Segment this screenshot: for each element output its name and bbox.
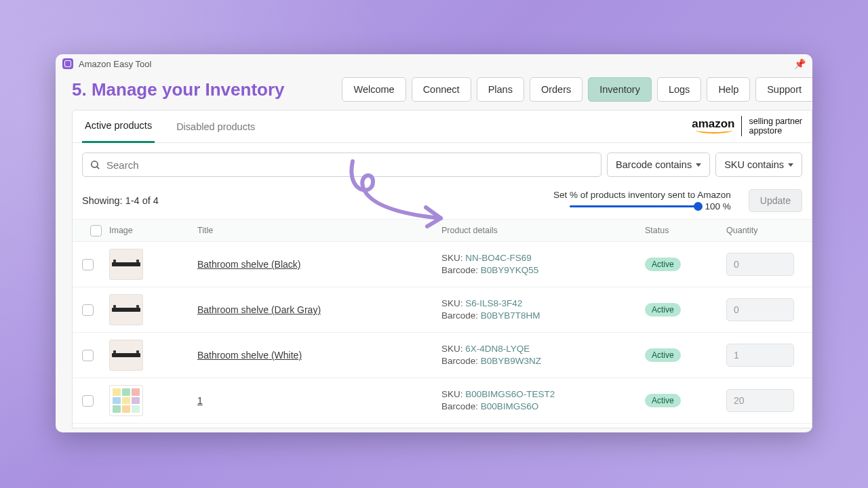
- table-row: Bathroom shelve (White)SKU: 6X-4DN8-LYQE…: [73, 333, 812, 378]
- amazon-badge-text: selling partner appstore: [749, 117, 802, 136]
- sync-slider[interactable]: [570, 205, 698, 207]
- product-title-link[interactable]: Bathroom shelve (Black): [197, 259, 301, 270]
- product-details: SKU: B00BIMGS6O-TEST2Barcode: B00BIMGS6O: [441, 388, 645, 413]
- sku-filter[interactable]: SKU contains: [715, 152, 802, 177]
- main-panel: Active products Disabled products amazon…: [72, 110, 812, 428]
- nav-help[interactable]: Help: [707, 77, 750, 102]
- svg-point-0: [92, 161, 98, 167]
- status-badge: Active: [645, 303, 681, 317]
- quantity-input[interactable]: 0: [726, 298, 794, 321]
- table-row: Bathroom shelve (Black)SKU: NN-BO4C-FS69…: [73, 242, 812, 287]
- product-title-link[interactable]: Bathroom shelve (Dark Gray): [197, 304, 321, 315]
- chevron-down-icon: [788, 163, 793, 167]
- row-checkbox[interactable]: [82, 259, 94, 270]
- app-name: Amazon Easy Tool: [79, 59, 151, 69]
- search-icon: [90, 159, 101, 171]
- tab-disabled-products[interactable]: Disabled products: [174, 110, 258, 143]
- table-body: Bathroom shelve (Black)SKU: NN-BO4C-FS69…: [73, 242, 812, 424]
- product-details: SKU: NN-BO4C-FS69Barcode: B0BY9YKQ55: [441, 252, 645, 277]
- app-icon: [62, 58, 73, 69]
- row-checkbox[interactable]: [82, 304, 94, 316]
- select-all-checkbox[interactable]: [90, 225, 102, 237]
- row-checkbox[interactable]: [82, 395, 94, 407]
- nav-support[interactable]: Support: [755, 77, 812, 102]
- col-quantity: Quantity: [726, 226, 812, 235]
- nav-orders[interactable]: Orders: [530, 77, 583, 102]
- col-status: Status: [645, 226, 726, 235]
- amazon-appstore-badge: amazon selling partner appstore: [692, 116, 802, 136]
- nav-bar: WelcomeConnectPlansOrdersInventoryLogsHe…: [342, 77, 812, 102]
- col-details: Product details: [441, 226, 645, 235]
- slider-knob[interactable]: [694, 202, 703, 211]
- title-bar: Amazon Easy Tool 📌: [56, 54, 812, 73]
- nav-plans[interactable]: Plans: [477, 77, 524, 102]
- product-details: SKU: S6-ILS8-3F42Barcode: B0BYB7T8HM: [441, 298, 645, 322]
- barcode-filter[interactable]: Barcode contains: [607, 152, 710, 177]
- chevron-down-icon: [696, 163, 701, 167]
- table-row: 1SKU: B00BIMGS6O-TEST2Barcode: B00BIMGS6…: [73, 378, 812, 424]
- product-thumbnail: [109, 249, 143, 280]
- search-input[interactable]: [106, 159, 594, 171]
- sync-label: Set % of products inventory sent to Amaz…: [553, 190, 731, 200]
- amazon-logo: amazon: [692, 117, 734, 135]
- quantity-input[interactable]: 1: [726, 344, 794, 367]
- row-checkbox[interactable]: [82, 350, 94, 361]
- quantity-input[interactable]: 0: [726, 253, 794, 276]
- showing-text: Showing: 1-4 of 4: [82, 195, 159, 206]
- page-title: 5. Manage your Inventory: [72, 79, 285, 100]
- status-badge: Active: [645, 394, 681, 407]
- status-badge: Active: [645, 348, 681, 362]
- app-window: Amazon Easy Tool 📌 5. Manage your Invent…: [56, 54, 812, 432]
- tab-active-products[interactable]: Active products: [82, 110, 155, 143]
- product-thumbnail: [109, 385, 143, 416]
- table-row: Bathroom shelve (Dark Gray)SKU: S6-ILS8-…: [73, 287, 812, 333]
- product-title-link[interactable]: Bathroom shelve (White): [197, 350, 302, 361]
- col-image: Image: [109, 226, 197, 235]
- status-badge: Active: [645, 258, 681, 271]
- tabs: Active products Disabled products amazon…: [73, 110, 812, 143]
- svg-line-1: [97, 166, 99, 168]
- table-header: Image Title Product details Status Quant…: [73, 219, 812, 242]
- update-button[interactable]: Update: [749, 189, 802, 212]
- nav-welcome[interactable]: Welcome: [342, 77, 406, 102]
- sync-percent: 100 %: [705, 201, 731, 211]
- product-thumbnail: [109, 294, 143, 325]
- nav-inventory[interactable]: Inventory: [588, 77, 652, 102]
- pin-icon[interactable]: 📌: [794, 58, 806, 69]
- product-title-link[interactable]: 1: [197, 395, 203, 406]
- product-details: SKU: 6X-4DN8-LYQEBarcode: B0BYB9W3NZ: [441, 343, 645, 367]
- search-box[interactable]: [82, 152, 601, 177]
- product-thumbnail: [109, 340, 143, 371]
- quantity-input[interactable]: 20: [726, 389, 794, 412]
- nav-connect[interactable]: Connect: [412, 77, 471, 102]
- nav-logs[interactable]: Logs: [657, 77, 701, 102]
- col-title: Title: [197, 226, 441, 235]
